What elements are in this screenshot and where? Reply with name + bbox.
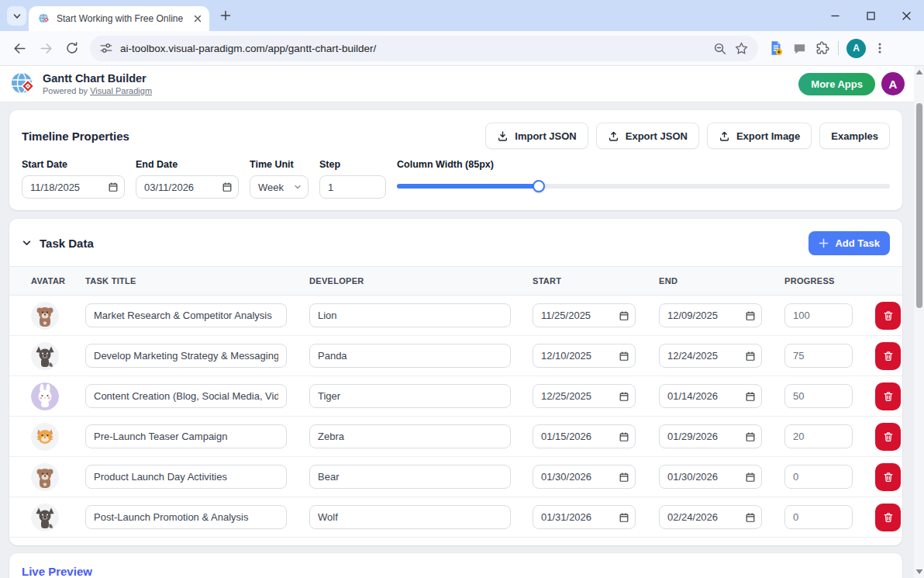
progress-input[interactable] [784, 465, 853, 489]
tab-favicon-vp-logo-icon [38, 12, 50, 25]
column-width-slider-fill [397, 184, 539, 189]
powered-by: Powered by Visual Paradigm [43, 86, 152, 95]
window-maximize-icon[interactable] [853, 0, 888, 31]
page-content: Timeline Properties Import JSON Export J… [0, 102, 914, 578]
export-json-button[interactable]: Export JSON [596, 123, 699, 149]
more-apps-button[interactable]: More Apps [798, 73, 875, 95]
scrollbar-thumb[interactable] [916, 103, 922, 308]
developer-input[interactable] [309, 303, 511, 327]
chevron-down-icon [294, 183, 302, 191]
scrollbar-down-arrow-icon[interactable] [915, 569, 922, 574]
calendar-icon[interactable] [745, 512, 756, 523]
progress-input[interactable] [784, 424, 853, 448]
browser-profile-avatar[interactable]: A [846, 39, 866, 58]
delete-task-button[interactable] [875, 382, 901, 410]
scrollbar-up-arrow-icon[interactable] [915, 70, 922, 74]
window-close-icon[interactable] [888, 0, 924, 31]
task-title-input[interactable] [85, 384, 287, 408]
step-input[interactable] [319, 175, 386, 199]
avatar-wolf-icon [31, 504, 59, 531]
page-scrollbar[interactable] [914, 66, 924, 578]
step-label: Step [319, 159, 386, 170]
trash-icon [883, 310, 894, 321]
new-tab-icon[interactable] [218, 8, 233, 23]
table-row [9, 376, 902, 417]
app-title: Gantt Chart Builder [43, 72, 152, 85]
import-json-button[interactable]: Import JSON [485, 123, 588, 149]
calendar-icon[interactable] [745, 351, 756, 362]
progress-input[interactable] [784, 505, 853, 529]
window-minimize-icon[interactable] [817, 0, 853, 31]
export-image-button[interactable]: Export Image [707, 123, 812, 149]
developer-input[interactable] [309, 424, 511, 448]
user-avatar[interactable]: A [881, 72, 905, 95]
table-row [9, 417, 902, 457]
task-title-input[interactable] [85, 424, 287, 448]
task-title-input[interactable] [85, 344, 287, 368]
docs-offline-extension-icon[interactable] [767, 40, 784, 57]
task-rows [9, 296, 902, 538]
time-unit-select[interactable]: Week [250, 175, 309, 199]
calendar-icon[interactable] [745, 391, 756, 402]
url-bar[interactable]: ai-toolbox.visual-paradigm.com/app/gantt… [90, 36, 758, 61]
table-row [9, 296, 902, 336]
chat-bubble-extension-icon[interactable] [792, 41, 807, 56]
delete-task-button[interactable] [875, 463, 901, 491]
calendar-icon[interactable] [619, 431, 629, 442]
calendar-icon[interactable] [619, 310, 629, 321]
task-title-input[interactable] [85, 465, 287, 489]
delete-task-button[interactable] [875, 302, 901, 330]
column-header-avatar: AVATAR [31, 276, 85, 286]
collapse-chevron-down-icon[interactable] [22, 238, 32, 248]
task-title-input[interactable] [85, 505, 287, 529]
site-settings-tune-icon[interactable] [99, 41, 113, 55]
calendar-icon[interactable] [619, 391, 629, 402]
column-header-task-title: TASK TITLE [85, 276, 309, 286]
reload-icon[interactable] [59, 35, 85, 61]
add-task-button[interactable]: Add Task [808, 231, 890, 255]
progress-input[interactable] [784, 344, 853, 368]
upload-icon [719, 130, 730, 142]
task-title-input[interactable] [85, 303, 287, 327]
delete-task-button[interactable] [875, 342, 901, 370]
calendar-icon[interactable] [745, 472, 756, 483]
column-header-progress: PROGRESS [784, 276, 875, 286]
visual-paradigm-link[interactable]: Visual Paradigm [90, 86, 152, 95]
progress-input[interactable] [784, 384, 853, 408]
forward-icon[interactable] [33, 35, 59, 61]
calendar-icon[interactable] [619, 472, 629, 483]
timeline-properties-card: Timeline Properties Import JSON Export J… [9, 110, 902, 210]
column-width-slider[interactable] [397, 180, 890, 192]
zoom-out-icon[interactable] [712, 41, 727, 56]
tab-search-chevron-icon[interactable] [7, 6, 26, 26]
avatar-cat-icon [31, 423, 59, 451]
developer-input[interactable] [309, 505, 511, 529]
avatar-bear-icon [31, 463, 59, 491]
calendar-icon[interactable] [745, 431, 756, 442]
calendar-icon[interactable] [222, 182, 233, 192]
browser-tab[interactable]: Start Working with Free Online [29, 6, 209, 31]
url-text[interactable]: ai-toolbox.visual-paradigm.com/app/gantt… [120, 43, 705, 54]
calendar-icon[interactable] [619, 351, 629, 362]
calendar-icon[interactable] [619, 512, 629, 523]
trash-icon [883, 431, 894, 442]
trash-icon [883, 472, 894, 483]
column-width-slider-thumb[interactable] [533, 180, 545, 192]
delete-task-button[interactable] [875, 423, 901, 451]
developer-input[interactable] [309, 465, 511, 489]
task-data-card: Task Data Add Task AVATAR TASK TITLE DEV… [9, 219, 902, 545]
tab-close-icon[interactable] [190, 12, 205, 26]
browser-menu-dots-icon[interactable] [874, 42, 886, 54]
extensions-puzzle-icon[interactable] [815, 40, 830, 56]
back-icon[interactable] [6, 35, 33, 61]
calendar-icon[interactable] [108, 182, 119, 192]
developer-input[interactable] [309, 384, 511, 408]
developer-input[interactable] [309, 344, 511, 368]
progress-input[interactable] [784, 303, 853, 327]
upload-icon [608, 130, 619, 142]
examples-button[interactable]: Examples [819, 123, 890, 149]
column-header-end: END [659, 276, 784, 286]
delete-task-button[interactable] [875, 504, 901, 531]
bookmark-star-icon[interactable] [734, 41, 749, 56]
calendar-icon[interactable] [745, 310, 756, 321]
